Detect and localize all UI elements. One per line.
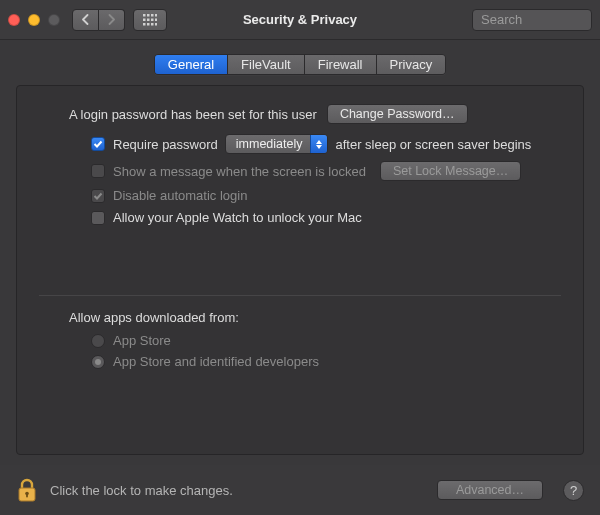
zoom-window-button[interactable] — [48, 14, 60, 26]
svg-rect-6 — [151, 18, 154, 21]
checkmark-icon — [93, 139, 103, 149]
show-lock-message-label: Show a message when the screen is locked — [113, 164, 366, 179]
require-password-tail: after sleep or screen saver begins — [335, 137, 531, 152]
tab-privacy[interactable]: Privacy — [377, 55, 446, 74]
svg-rect-0 — [143, 14, 146, 17]
svg-rect-10 — [151, 23, 154, 26]
tab-general[interactable]: General — [155, 55, 228, 74]
gatekeeper-app-store-radio — [91, 334, 105, 348]
tabs-row: General FileVault Firewall Privacy — [0, 40, 600, 85]
disable-auto-login-checkbox — [91, 189, 105, 203]
apple-watch-unlock-label: Allow your Apple Watch to unlock your Ma… — [113, 210, 362, 225]
login-password-text: A login password has been set for this u… — [69, 107, 317, 122]
back-button[interactable] — [72, 9, 99, 31]
show-all-button[interactable] — [133, 9, 167, 31]
tab-filevault[interactable]: FileVault — [228, 55, 305, 74]
svg-rect-2 — [151, 14, 154, 17]
gatekeeper-app-store-label: App Store — [113, 333, 171, 348]
general-panel: A login password has been set for this u… — [16, 85, 584, 455]
svg-rect-11 — [155, 23, 157, 26]
svg-rect-9 — [147, 23, 150, 26]
advanced-button[interactable]: Advanced… — [437, 480, 543, 500]
popup-stepper-icon — [310, 135, 327, 153]
svg-rect-1 — [147, 14, 150, 17]
require-password-checkbox[interactable] — [91, 137, 105, 151]
disable-auto-login-label: Disable automatic login — [113, 188, 247, 203]
svg-rect-8 — [143, 23, 146, 26]
window-controls — [8, 14, 60, 26]
svg-rect-4 — [143, 18, 146, 21]
close-window-button[interactable] — [8, 14, 20, 26]
show-lock-message-checkbox — [91, 164, 105, 178]
svg-rect-7 — [155, 18, 157, 21]
panel-divider — [39, 295, 561, 296]
gatekeeper-identified-label: App Store and identified developers — [113, 354, 319, 369]
gatekeeper-identified-radio — [91, 355, 105, 369]
svg-rect-16 — [26, 494, 28, 498]
lock-hint-text: Click the lock to make changes. — [50, 483, 425, 498]
chevron-right-icon — [107, 14, 116, 25]
titlebar: Security & Privacy — [0, 0, 600, 40]
apple-watch-unlock-checkbox[interactable] — [91, 211, 105, 225]
minimize-window-button[interactable] — [28, 14, 40, 26]
change-password-button[interactable]: Change Password… — [327, 104, 468, 124]
require-password-label: Require password — [113, 137, 218, 152]
forward-button[interactable] — [99, 9, 125, 31]
svg-rect-5 — [147, 18, 150, 21]
tab-firewall[interactable]: Firewall — [305, 55, 377, 74]
search-field[interactable] — [472, 9, 592, 31]
set-lock-message-button: Set Lock Message… — [380, 161, 521, 181]
allow-apps-heading: Allow apps downloaded from: — [69, 310, 561, 325]
tab-bar: General FileVault Firewall Privacy — [154, 54, 446, 75]
grid-icon — [143, 14, 157, 26]
chevron-left-icon — [81, 14, 90, 25]
search-input[interactable] — [479, 11, 600, 28]
help-button[interactable]: ? — [563, 480, 584, 501]
require-password-delay-popup[interactable]: immediately — [225, 134, 329, 154]
require-password-delay-value: immediately — [226, 137, 311, 151]
checkmark-icon — [93, 191, 103, 201]
svg-rect-3 — [155, 14, 157, 17]
lock-icon[interactable] — [16, 477, 38, 503]
footer: Click the lock to make changes. Advanced… — [0, 465, 600, 515]
